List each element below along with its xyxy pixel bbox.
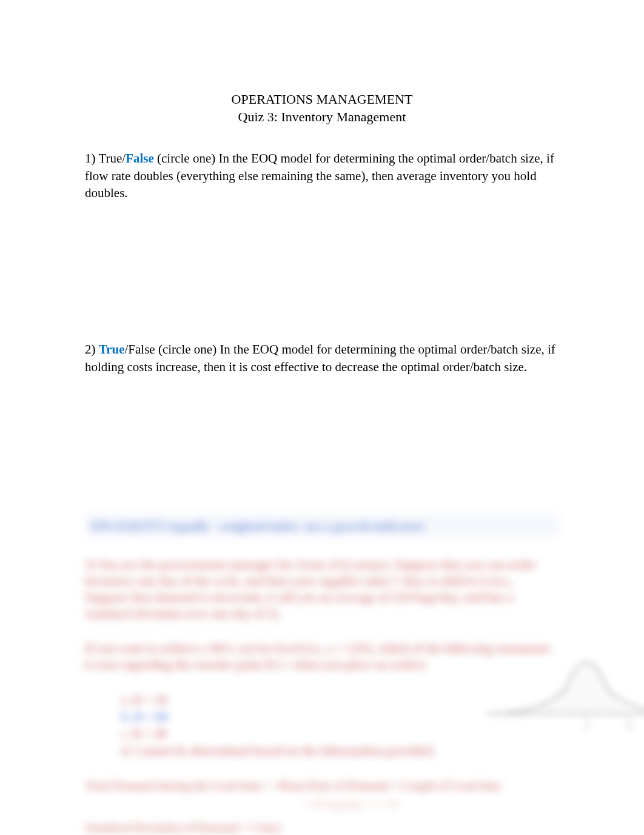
page-header: OPERATIONS MANAGEMENT Quiz 3: Inventory …: [85, 91, 559, 126]
svg-text:R: R: [627, 722, 633, 731]
q1-answer-false: False: [126, 151, 154, 166]
q2-answer-true: True: [99, 342, 125, 357]
blur-formula-1-sub: = 150 bags/day × 7 = 50: [303, 799, 559, 810]
blur-option-d: d. Cannot be determined based on the inf…: [121, 742, 559, 759]
question-2: 2) True/False (circle one) In the EOQ mo…: [85, 341, 559, 375]
blur-formula-1: Total Demand during the Lead time: = Mea…: [85, 777, 559, 795]
normal-distribution-curve: 98% μ R: [480, 599, 644, 732]
course-title: OPERATIONS MANAGEMENT: [85, 91, 559, 109]
q1-prefix: True/: [98, 151, 126, 166]
q2-number: 2): [85, 342, 99, 357]
quiz-subtitle: Quiz 3: Inventory Management: [85, 109, 559, 126]
question-1: 1) True/False (circle one) In the EOQ mo…: [85, 150, 559, 201]
svg-text:μ: μ: [585, 722, 589, 731]
q1-text: (circle one) In the EOQ model for determ…: [85, 151, 554, 200]
blur-formula-2: Standard Deviation of Demand = 5 days: [85, 819, 559, 835]
q1-number: 1): [85, 151, 98, 166]
q2-text: /False (circle one) In the EOQ model for…: [85, 342, 555, 374]
blur-heading: EPS-EQUITY (equally - weighted index- us…: [85, 515, 559, 538]
bell-curve-icon: μ R: [480, 599, 644, 732]
